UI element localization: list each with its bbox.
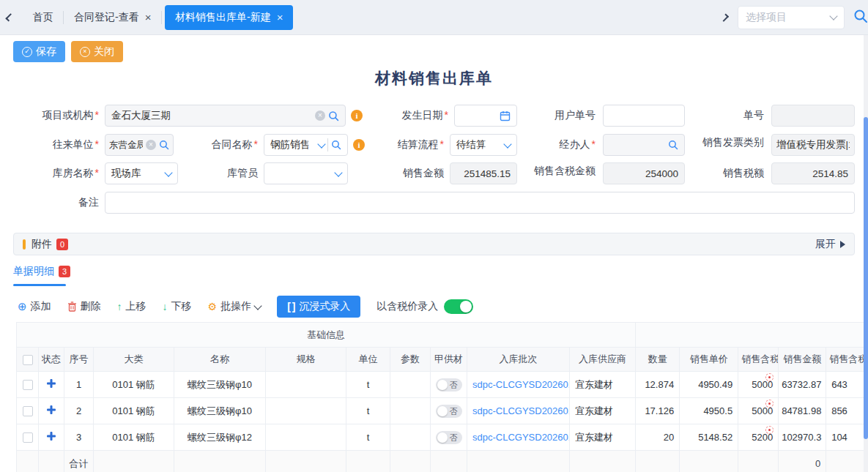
scrollbar-thumb[interactable] [864,117,868,439]
batch-ops-button[interactable]: ⚙ 批操作 [208,300,261,313]
nav-forward-icon[interactable] [721,13,730,22]
row-name[interactable]: 螺纹三级钢φ10 [174,372,266,398]
move-up-button[interactable]: ↑ 上移 [117,300,146,313]
row-batch-cell[interactable]: sdpc-CLCGYSD2026010 [467,424,570,451]
row-param[interactable] [390,372,431,398]
close-icon[interactable]: × [277,12,283,23]
row-status-cell[interactable] [39,424,64,451]
tab-detail[interactable]: 单据明细 3 [13,265,70,278]
settlement-select[interactable]: 待结算 [450,134,517,156]
row-supplied-cell[interactable]: 否 [431,398,467,424]
search-icon[interactable] [328,110,339,121]
row-spec[interactable] [266,424,346,451]
row-qty[interactable]: 20 [636,424,680,451]
row-param[interactable] [390,424,431,451]
plus-icon [47,405,56,414]
row-price[interactable]: 4950.49 [680,372,738,398]
batch-link[interactable]: sdpc-CLCGYSD2026010 [472,432,570,443]
row-category[interactable]: 0101 钢筋 [94,372,174,398]
row-status-cell[interactable] [39,372,64,398]
row-batch-cell[interactable]: sdpc-CLCGYSD2026010 [467,398,570,424]
checkbox-icon[interactable] [23,355,33,365]
calendar-icon[interactable] [500,110,511,121]
batch-link[interactable]: sdpc-CLCGYSD2026010 [472,405,570,416]
warehouse-keeper-label: 库管员 [190,167,258,179]
total-label: 合计 [64,451,94,472]
row-status-cell[interactable] [39,398,64,424]
warehouse-select[interactable]: 现场库 [105,162,178,184]
page-title: 材料销售出库单 [0,68,868,89]
project-select[interactable]: 选择项目 [738,6,845,29]
search-icon[interactable] [853,9,868,26]
tab-material-sales-new[interactable]: 材料销售出库单-新建 × [165,5,293,30]
col-unit: 单位 [346,348,390,372]
info-icon[interactable]: i [351,110,363,121]
row-batch-cell[interactable]: sdpc-CLCGYSD2026010 [467,372,570,398]
row-param[interactable] [390,398,431,424]
immersive-entry-button[interactable]: 沉浸式录入 [277,296,360,318]
total-amount: 0 [779,451,826,472]
move-down-button[interactable]: ↓ 下移 [163,300,192,313]
invoice-type-field: 增值税专用发票|1% [771,134,855,156]
row-checkbox-cell[interactable] [17,372,39,398]
search-icon[interactable] [668,140,678,150]
project-field[interactable]: 金石大厦三期 × [105,105,346,127]
supplied-toggle-label: 否 [450,432,458,443]
warehouse-keeper-select[interactable] [264,162,348,184]
counterparty-field[interactable]: 东营金辰建 × [105,134,174,156]
checkbox-icon[interactable] [23,380,33,390]
row-category[interactable]: 0101 钢筋 [94,424,174,451]
user-no-field[interactable] [603,105,685,127]
row-price[interactable]: 4950.5 [680,398,738,424]
batch-link[interactable]: sdpc-CLCGYSD2026010 [472,379,570,390]
date-field[interactable] [454,105,517,127]
row-seq: 2 [64,398,94,424]
supplied-toggle[interactable]: 否 [436,405,462,418]
row-supplied-cell[interactable]: 否 [431,424,467,451]
row-supplied-cell[interactable]: 否 [431,372,467,398]
remark-field[interactable] [105,192,855,214]
search-icon[interactable] [331,140,341,150]
handler-field[interactable] [603,134,685,156]
checkbox-icon[interactable] [23,406,33,416]
tab-home[interactable]: 首页 [22,5,63,30]
row-tax-price-cell[interactable]: 5000 [738,372,779,398]
add-row-button[interactable]: ⊕ 添加 [18,300,51,313]
delete-row-button[interactable]: 删除 [67,300,101,313]
row-name[interactable]: 螺纹三级钢φ12 [174,424,266,451]
info-icon[interactable]: i [353,139,365,151]
invoice-type-value: 增值税专用发票|1% [776,138,850,151]
row-checkbox-cell[interactable] [17,424,39,451]
tab-contract-view[interactable]: 合同登记-查看 × [64,5,161,30]
nav-back-icon[interactable] [5,13,14,22]
row-name[interactable]: 螺纹三级钢φ10 [174,398,266,424]
row-tax-price-cell[interactable]: 5200 [738,424,779,451]
row-spec[interactable] [266,372,346,398]
select-all-checkbox-cell[interactable] [17,348,39,372]
supplied-toggle[interactable]: 否 [436,431,462,444]
row-tax-price-cell[interactable]: 5000 [738,398,779,424]
attachments-bar[interactable]: 附件 0 展开 [13,233,855,255]
close-button[interactable]: × 关闭 [71,41,123,62]
row-qty[interactable]: 17.126 [636,398,680,424]
save-button[interactable]: ✓ 保存 [13,41,65,62]
supplied-toggle[interactable]: 否 [436,378,462,392]
row-price[interactable]: 5148.52 [680,424,738,451]
contract-field[interactable]: 钢筋销售 [264,134,348,156]
close-icon[interactable]: × [145,12,152,23]
chevron-down-icon[interactable] [317,140,325,148]
row-seq: 1 [64,372,94,398]
clear-icon[interactable]: × [146,140,156,150]
expand-button[interactable]: 展开 [815,238,845,251]
search-icon[interactable] [159,140,169,150]
clear-icon[interactable]: × [315,110,325,121]
supplied-toggle-label: 否 [450,406,458,416]
tax-entry-toggle[interactable] [444,299,473,314]
row-category[interactable]: 0101 钢筋 [94,398,174,424]
move-up-label: 上移 [126,300,146,313]
vertical-scrollbar[interactable] [864,35,868,472]
row-spec[interactable] [266,398,346,424]
row-qty[interactable]: 12.874 [636,372,680,398]
checkbox-icon[interactable] [23,432,33,443]
row-checkbox-cell[interactable] [17,398,39,424]
